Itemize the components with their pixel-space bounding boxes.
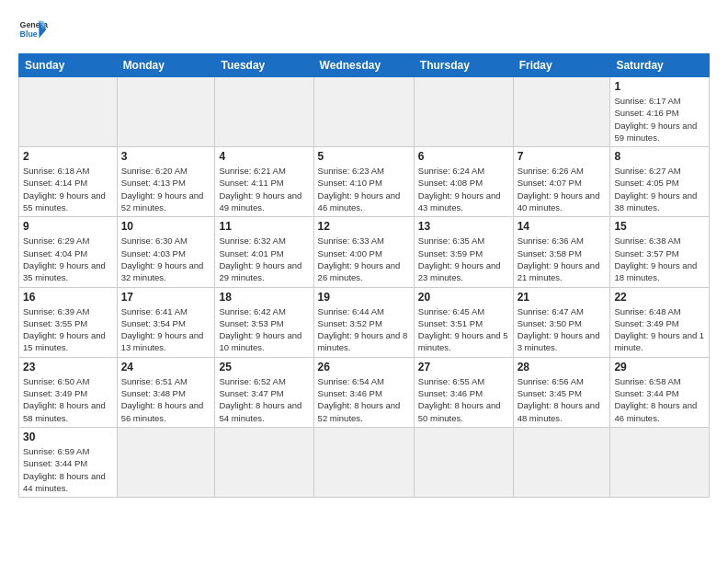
day-info: Sunrise: 6:18 AMSunset: 4:14 PMDaylight:… <box>23 165 113 213</box>
calendar-header-monday: Monday <box>117 54 215 77</box>
day-number: 3 <box>121 150 211 163</box>
day-info: Sunrise: 6:27 AMSunset: 4:05 PMDaylight:… <box>614 165 705 213</box>
calendar-cell: 2Sunrise: 6:18 AMSunset: 4:14 PMDaylight… <box>19 147 118 217</box>
day-number: 8 <box>614 150 705 163</box>
day-info: Sunrise: 6:32 AMSunset: 4:01 PMDaylight:… <box>219 235 309 283</box>
day-info: Sunrise: 6:44 AMSunset: 3:52 PMDaylight:… <box>318 305 410 354</box>
calendar-header-wednesday: Wednesday <box>313 54 414 77</box>
calendar-header-friday: Friday <box>513 54 610 77</box>
calendar-cell: 23Sunrise: 6:50 AMSunset: 3:49 PMDayligh… <box>19 357 118 427</box>
day-number: 21 <box>518 291 607 304</box>
day-number: 17 <box>121 291 211 304</box>
day-info: Sunrise: 6:55 AMSunset: 3:46 PMDaylight:… <box>418 375 509 424</box>
day-number: 29 <box>614 361 705 373</box>
calendar-cell: 20Sunrise: 6:45 AMSunset: 3:51 PMDayligh… <box>414 287 513 357</box>
calendar-cell <box>313 77 414 147</box>
day-number: 16 <box>23 291 113 304</box>
calendar-week-row: 2Sunrise: 6:18 AMSunset: 4:14 PMDaylight… <box>19 147 710 217</box>
logo-icon: General Blue <box>18 15 48 44</box>
calendar-week-row: 23Sunrise: 6:50 AMSunset: 3:49 PMDayligh… <box>19 357 710 427</box>
day-number: 2 <box>23 150 113 163</box>
day-number: 5 <box>318 150 410 163</box>
day-number: 15 <box>614 220 705 233</box>
day-info: Sunrise: 6:50 AMSunset: 3:49 PMDaylight:… <box>23 375 113 424</box>
logo: General Blue <box>18 15 48 44</box>
day-number: 19 <box>318 291 410 304</box>
day-info: Sunrise: 6:35 AMSunset: 3:59 PMDaylight:… <box>418 235 509 283</box>
day-info: Sunrise: 6:51 AMSunset: 3:48 PMDaylight:… <box>121 375 211 424</box>
day-info: Sunrise: 6:36 AMSunset: 3:58 PMDaylight:… <box>518 235 607 283</box>
calendar-cell <box>513 77 610 147</box>
calendar-week-row: 9Sunrise: 6:29 AMSunset: 4:04 PMDaylight… <box>19 217 710 287</box>
day-info: Sunrise: 6:23 AMSunset: 4:10 PMDaylight:… <box>318 165 410 213</box>
calendar-cell: 3Sunrise: 6:20 AMSunset: 4:13 PMDaylight… <box>117 147 215 217</box>
calendar-header-thursday: Thursday <box>414 54 513 77</box>
day-info: Sunrise: 6:38 AMSunset: 3:57 PMDaylight:… <box>614 235 705 283</box>
calendar-cell: 8Sunrise: 6:27 AMSunset: 4:05 PMDaylight… <box>610 147 710 217</box>
day-number: 20 <box>418 291 509 304</box>
calendar-header-saturday: Saturday <box>610 54 710 77</box>
calendar-header-sunday: Sunday <box>19 54 118 77</box>
day-number: 10 <box>121 220 211 233</box>
day-info: Sunrise: 6:29 AMSunset: 4:04 PMDaylight:… <box>23 235 113 283</box>
day-number: 12 <box>318 220 410 233</box>
day-info: Sunrise: 6:45 AMSunset: 3:51 PMDaylight:… <box>418 305 509 354</box>
calendar-week-row: 30Sunrise: 6:59 AMSunset: 3:44 PMDayligh… <box>19 427 710 497</box>
calendar-cell: 10Sunrise: 6:30 AMSunset: 4:03 PMDayligh… <box>117 217 215 287</box>
day-info: Sunrise: 6:58 AMSunset: 3:44 PMDaylight:… <box>614 375 705 424</box>
day-number: 27 <box>418 361 509 373</box>
day-info: Sunrise: 6:30 AMSunset: 4:03 PMDaylight:… <box>121 235 211 283</box>
day-info: Sunrise: 6:54 AMSunset: 3:46 PMDaylight:… <box>318 375 410 424</box>
calendar-cell <box>215 77 313 147</box>
calendar-header-row: SundayMondayTuesdayWednesdayThursdayFrid… <box>19 54 710 77</box>
day-info: Sunrise: 6:26 AMSunset: 4:07 PMDaylight:… <box>518 165 607 213</box>
calendar-cell <box>117 427 215 497</box>
calendar-cell: 7Sunrise: 6:26 AMSunset: 4:07 PMDaylight… <box>513 147 610 217</box>
calendar-cell <box>513 427 610 497</box>
day-info: Sunrise: 6:52 AMSunset: 3:47 PMDaylight:… <box>219 375 309 424</box>
day-info: Sunrise: 6:17 AMSunset: 4:16 PMDaylight:… <box>614 95 705 144</box>
calendar-cell: 17Sunrise: 6:41 AMSunset: 3:54 PMDayligh… <box>117 287 215 357</box>
day-info: Sunrise: 6:42 AMSunset: 3:53 PMDaylight:… <box>219 305 309 354</box>
day-info: Sunrise: 6:41 AMSunset: 3:54 PMDaylight:… <box>121 305 211 354</box>
day-number: 22 <box>614 291 705 304</box>
calendar-week-row: 16Sunrise: 6:39 AMSunset: 3:55 PMDayligh… <box>19 287 710 357</box>
day-number: 13 <box>418 220 509 233</box>
calendar-week-row: 1Sunrise: 6:17 AMSunset: 4:16 PMDaylight… <box>19 77 710 147</box>
day-number: 4 <box>219 150 309 163</box>
calendar-cell: 21Sunrise: 6:47 AMSunset: 3:50 PMDayligh… <box>513 287 610 357</box>
day-info: Sunrise: 6:20 AMSunset: 4:13 PMDaylight:… <box>121 165 211 213</box>
calendar-cell <box>610 427 710 497</box>
day-number: 24 <box>121 361 211 373</box>
calendar-cell <box>117 77 215 147</box>
calendar-cell: 12Sunrise: 6:33 AMSunset: 4:00 PMDayligh… <box>313 217 414 287</box>
day-info: Sunrise: 6:56 AMSunset: 3:45 PMDaylight:… <box>518 375 607 424</box>
day-number: 1 <box>614 80 705 93</box>
calendar-cell: 30Sunrise: 6:59 AMSunset: 3:44 PMDayligh… <box>19 427 118 497</box>
day-info: Sunrise: 6:39 AMSunset: 3:55 PMDaylight:… <box>23 305 113 354</box>
day-number: 14 <box>518 220 607 233</box>
calendar-cell: 22Sunrise: 6:48 AMSunset: 3:49 PMDayligh… <box>610 287 710 357</box>
calendar-cell <box>215 427 313 497</box>
header: General Blue <box>18 15 710 44</box>
calendar-cell <box>313 427 414 497</box>
calendar-cell: 14Sunrise: 6:36 AMSunset: 3:58 PMDayligh… <box>513 217 610 287</box>
calendar-header-tuesday: Tuesday <box>215 54 313 77</box>
calendar-cell: 13Sunrise: 6:35 AMSunset: 3:59 PMDayligh… <box>414 217 513 287</box>
day-number: 7 <box>518 150 607 163</box>
calendar-cell: 18Sunrise: 6:42 AMSunset: 3:53 PMDayligh… <box>215 287 313 357</box>
calendar: SundayMondayTuesdayWednesdayThursdayFrid… <box>18 53 710 498</box>
calendar-cell: 26Sunrise: 6:54 AMSunset: 3:46 PMDayligh… <box>313 357 414 427</box>
calendar-cell: 29Sunrise: 6:58 AMSunset: 3:44 PMDayligh… <box>610 357 710 427</box>
day-number: 30 <box>23 431 113 443</box>
calendar-cell: 24Sunrise: 6:51 AMSunset: 3:48 PMDayligh… <box>117 357 215 427</box>
calendar-cell: 9Sunrise: 6:29 AMSunset: 4:04 PMDaylight… <box>19 217 118 287</box>
calendar-cell: 16Sunrise: 6:39 AMSunset: 3:55 PMDayligh… <box>19 287 118 357</box>
calendar-cell: 28Sunrise: 6:56 AMSunset: 3:45 PMDayligh… <box>513 357 610 427</box>
day-info: Sunrise: 6:21 AMSunset: 4:11 PMDaylight:… <box>219 165 309 213</box>
calendar-cell <box>414 427 513 497</box>
calendar-cell <box>19 77 118 147</box>
calendar-cell: 11Sunrise: 6:32 AMSunset: 4:01 PMDayligh… <box>215 217 313 287</box>
calendar-cell: 6Sunrise: 6:24 AMSunset: 4:08 PMDaylight… <box>414 147 513 217</box>
calendar-cell: 25Sunrise: 6:52 AMSunset: 3:47 PMDayligh… <box>215 357 313 427</box>
